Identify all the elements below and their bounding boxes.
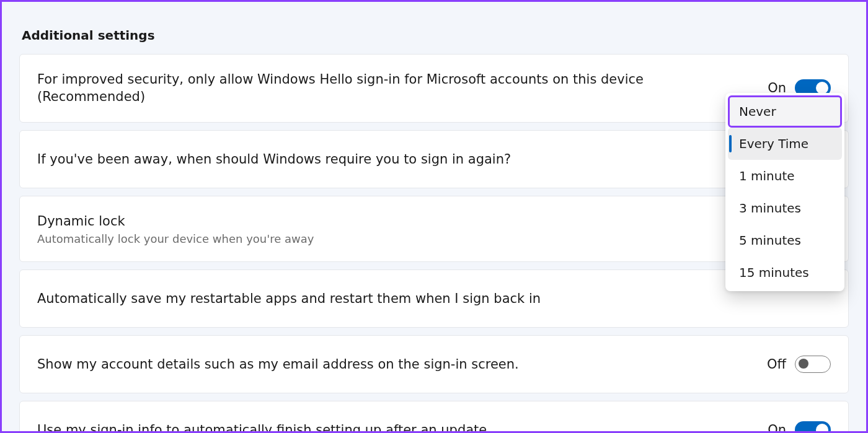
dropdown-option[interactable]: Every Time: [728, 128, 842, 160]
row-dynamic-lock[interactable]: Dynamic lock Automatically lock your dev…: [19, 196, 849, 262]
require-signin-dropdown[interactable]: NeverEvery Time1 minute3 minutes5 minute…: [725, 93, 844, 291]
row-account-details: Show my account details such as my email…: [19, 335, 849, 393]
row-windows-hello-label: For improved security, only allow Window…: [37, 71, 768, 106]
row-account-details-toggle[interactable]: [795, 356, 831, 373]
dropdown-option[interactable]: Never: [728, 95, 842, 128]
row-dynamic-lock-title: Dynamic lock: [37, 212, 314, 230]
row-signin-info-label: Use my sign-in info to automatically fin…: [37, 421, 768, 433]
row-signin-info-toggle[interactable]: [795, 421, 831, 433]
row-signin-info: Use my sign-in info to automatically fin…: [19, 401, 849, 433]
row-signin-info-state: On: [768, 422, 786, 433]
row-require-signin-label: If you've been away, when should Windows…: [37, 151, 831, 168]
row-dynamic-lock-sub: Automatically lock your device when you'…: [37, 232, 314, 245]
row-require-signin: If you've been away, when should Windows…: [19, 130, 849, 188]
row-account-details-label: Show my account details such as my email…: [37, 356, 767, 373]
dropdown-option[interactable]: 15 minutes: [728, 256, 842, 289]
row-account-details-state: Off: [767, 357, 786, 372]
dropdown-option[interactable]: 5 minutes: [728, 224, 842, 256]
row-restart-apps-label: Automatically save my restartable apps a…: [37, 290, 831, 307]
dropdown-option[interactable]: 3 minutes: [728, 192, 842, 224]
section-title: Additional settings: [22, 28, 849, 43]
row-windows-hello: For improved security, only allow Window…: [19, 54, 849, 123]
row-restart-apps: Automatically save my restartable apps a…: [19, 269, 849, 328]
dropdown-option[interactable]: 1 minute: [728, 160, 842, 192]
